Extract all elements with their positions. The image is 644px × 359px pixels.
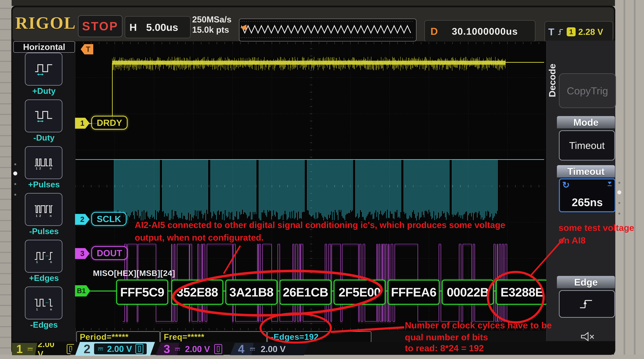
annotation-note3-line1: Number of clock cylces have to be: [405, 320, 552, 330]
timeout-header: Timeout: [557, 165, 615, 177]
channel3-tab[interactable]: 3 2.00 V: [156, 343, 228, 355]
left-arrow-icon: ◀: [240, 22, 246, 31]
trigger-level-value: 2.28 V: [578, 27, 603, 37]
dc-coupling-icon: [250, 347, 256, 352]
decode-value-box: FFFEA6: [388, 280, 440, 305]
right-menu-title: Decode: [547, 55, 557, 105]
copytrig-button[interactable]: CopyTrig: [559, 73, 616, 108]
decode-value-box: E3288E: [496, 280, 548, 305]
trigger-box[interactable]: T 1 2.28 V: [544, 21, 613, 42]
horizontal-label: H: [130, 21, 137, 33]
page-dot-active: [617, 190, 621, 194]
menu-label-pos-pulses: +Pulses: [12, 180, 76, 189]
neg-duty-icon: [34, 108, 54, 124]
rising-edge-icon: [557, 28, 564, 36]
delay-label: D: [430, 25, 438, 37]
run-state-label: STOP: [82, 19, 118, 33]
menu-item-pos-edges[interactable]: 1 n: [25, 240, 62, 273]
channel4-scale: 2.00 V: [261, 344, 286, 354]
svg-text:1: 1: [36, 167, 38, 170]
channel3-scale: 2.00 V: [185, 344, 210, 354]
bezel-left: [0, 0, 12, 359]
run-state-badge: STOP: [78, 15, 122, 37]
svg-text:1: 1: [36, 260, 38, 264]
probe-icon: [136, 344, 143, 354]
channel3-name-label: DOUT: [91, 246, 128, 260]
neg-edges-icon: 1 n: [34, 295, 54, 311]
decode-value-box: 26E1CB: [280, 280, 332, 305]
decode-value-box: 3A21B8: [225, 280, 278, 305]
svg-text:n: n: [50, 167, 52, 170]
menu-item-pos-pulses[interactable]: 1 2 n: [25, 146, 62, 179]
decode-value-box: 352E88: [171, 280, 223, 305]
dc-coupling-icon: [174, 347, 181, 352]
delay-box[interactable]: D 30.1000000us: [424, 20, 535, 42]
menu-item-neg-pulses[interactable]: 1 2 n: [25, 193, 62, 226]
edges-value: -Edges=192: [271, 332, 318, 342]
channel2-number: 2: [80, 215, 84, 224]
channel2-scale: 2.00 V: [107, 344, 132, 354]
menu-item-neg-edges[interactable]: 1 n: [25, 287, 62, 319]
page-dot: [14, 183, 16, 185]
neg-pulses-icon: 1 2 n: [34, 201, 54, 218]
annotation-note3-line2: qual number of bits: [405, 332, 488, 342]
level-adjust-icon: [606, 181, 613, 188]
decode-value-box: 00022B: [442, 280, 494, 305]
timebase-box[interactable]: H 5.00us: [125, 16, 190, 38]
channel1-name-label: DRDY: [91, 116, 128, 130]
freq-value: Freq=*****: [164, 332, 204, 342]
menu-label-neg-edges: -Edges: [12, 320, 76, 330]
svg-text:2: 2: [39, 214, 41, 218]
svg-text:1: 1: [36, 308, 38, 311]
delay-value: 30.1000000us: [452, 26, 518, 37]
mode-value-button[interactable]: Timeout: [559, 130, 615, 161]
edge-header: Edge: [557, 276, 615, 288]
menu-label-pos-duty: +Duty: [12, 86, 76, 96]
sample-rate: 250MSa/s: [192, 14, 232, 24]
decode-value-box: FFF5C9: [116, 280, 168, 305]
bezel-right: [615, 0, 644, 359]
memory-depth: 15.0k pts: [192, 24, 232, 35]
mode-header: Mode: [557, 116, 615, 128]
trigger-label: T: [548, 26, 554, 38]
page-dot: [618, 213, 620, 215]
pos-edges-icon: 1 n: [34, 248, 54, 265]
brand-logo: RIGOL: [15, 13, 76, 33]
channel2-name-label: SCLK: [91, 212, 126, 226]
probe-icon: [214, 344, 222, 354]
svg-text:n: n: [50, 260, 52, 264]
channel1-number: 1: [80, 119, 84, 127]
pos-pulses-icon: 1 2 n: [34, 154, 54, 171]
oscilloscope-screen-photo: RIGOL STOP H 5.00us 250MSa/s 15.0k pts ◀…: [0, 0, 644, 359]
channel1-tab[interactable]: 1 2.00 V: [12, 343, 75, 355]
annotation-note3-line3: to read: 8*24 = 192: [405, 343, 484, 353]
overview-waveform-icon: [240, 19, 415, 40]
annotation-note1-line2: output, when not configurated.: [135, 233, 264, 243]
svg-text:n: n: [50, 308, 52, 311]
svg-text:2: 2: [39, 167, 41, 170]
pos-duty-icon: [34, 61, 54, 77]
channel4-tab[interactable]: 4 2.00 V: [230, 343, 309, 355]
channel4-tab-number: 4: [238, 343, 244, 356]
edge-slope-button[interactable]: [559, 290, 615, 318]
svg-text:1: 1: [36, 214, 38, 218]
annotation-note2-line1: some test voltage: [558, 223, 634, 233]
annotation-note2-line2: on AI8: [558, 235, 586, 245]
timeout-value-box[interactable]: ↻ 265ns: [559, 178, 616, 212]
channel2-tab[interactable]: 2 2.00 V: [75, 342, 155, 356]
circular-arrow-icon: ↻: [562, 180, 570, 190]
dc-coupling-icon: [98, 347, 104, 351]
period-value: Period=*****: [80, 332, 128, 342]
left-menu-title: Horizontal: [13, 41, 75, 53]
menu-item-pos-duty[interactable]: [25, 53, 62, 85]
menu-label-neg-duty: -Duty: [12, 133, 76, 143]
period-measurement: Period=*****: [76, 331, 160, 343]
menu-label-pos-edges: +Edges: [12, 273, 76, 283]
channel3-tab-number: 3: [164, 343, 170, 356]
svg-text:n: n: [50, 214, 52, 218]
trigger-source-badge: 1: [567, 27, 576, 36]
waveform-overview-bar: [239, 18, 416, 41]
page-dot: [14, 163, 16, 165]
decode-value-box: 2F5E00: [334, 280, 386, 305]
menu-item-neg-duty[interactable]: [25, 99, 62, 132]
